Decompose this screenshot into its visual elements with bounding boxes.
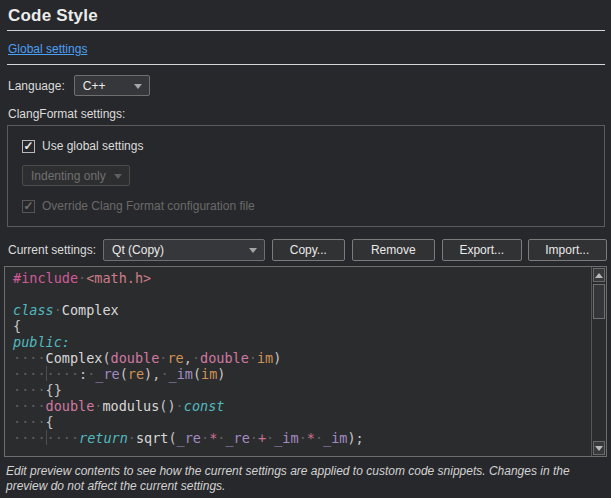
checkbox-checked-icon: ✓ [22,200,35,213]
link-divider [7,64,605,65]
language-selected-value: C++ [83,79,106,93]
language-label: Language: [8,79,65,93]
clangformat-mode-select: Indenting only [22,165,130,186]
override-config-label: Override Clang Format configuration file [42,199,255,213]
code-line: ········:·_re(re),·_im(im) [13,366,590,382]
code-line: ····double·modulus()·const [13,398,590,414]
scrollbar-thumb[interactable] [593,284,605,319]
use-global-settings-checkbox[interactable]: ✓ Use global settings [22,139,590,153]
chevron-down-icon [114,174,122,179]
chevron-down-icon [249,248,257,253]
code-line: { [13,318,590,334]
language-row: Language: C++ [8,75,603,96]
code-line: ····Complex(double·re,·double·im) [13,350,590,366]
code-line: class·Complex [13,302,590,318]
remove-button[interactable]: Remove [352,239,435,261]
copy-button[interactable]: Copy... [272,239,345,261]
code-content[interactable]: #include·<math.h>class·Complex{public:··… [5,270,590,456]
code-line: #include·<math.h> [13,270,590,286]
footer-note: Edit preview contents to see how the cur… [6,464,603,494]
code-line: ····{} [13,382,590,398]
code-line [13,286,590,302]
import-button[interactable]: Import... [528,239,607,261]
title-divider [7,30,605,31]
clangformat-mode-value: Indenting only [31,169,106,183]
global-settings-link[interactable]: Global settings [8,42,87,56]
current-settings-label: Current settings: [8,243,96,257]
clangformat-section-label: ClangFormat settings: [8,107,603,121]
code-style-pane: Code Style Global settings Language: C++… [0,0,611,498]
code-line: ····{ [13,414,590,430]
code-line: public: [13,334,590,350]
export-button[interactable]: Export... [442,239,521,261]
use-global-settings-label: Use global settings [42,139,143,153]
scroll-up-button[interactable] [593,268,605,282]
vertical-scrollbar[interactable] [591,267,606,456]
language-select[interactable]: C++ [74,75,150,96]
current-settings-row: Current settings: Qt (Copy) Copy... Remo… [8,239,607,261]
arrow-up-icon [595,273,603,278]
clangformat-groupbox: ✓ Use global settings Indenting only ✓ O… [7,125,605,227]
code-line: ········return·sqrt(_re·*·_re·+·_im·*·_i… [13,430,590,446]
current-settings-value: Qt (Copy) [112,243,164,257]
code-preview-editor[interactable]: #include·<math.h>class·Complex{public:··… [4,266,607,457]
current-settings-select[interactable]: Qt (Copy) [103,239,265,261]
override-config-checkbox: ✓ Override Clang Format configuration fi… [22,199,590,213]
chevron-down-icon [134,84,142,89]
checkbox-checked-icon: ✓ [22,140,35,153]
scroll-down-button[interactable] [593,441,605,455]
page-title: Code Style [8,6,603,26]
arrow-down-icon [595,446,603,451]
